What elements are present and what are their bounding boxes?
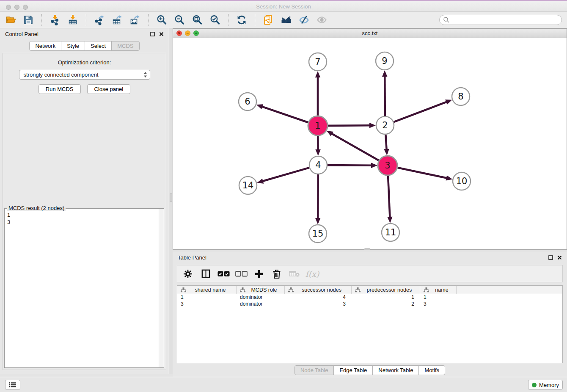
- network-window-titlebar[interactable]: × − + scc.txt: [173, 29, 567, 38]
- divider-grip[interactable]: [170, 193, 172, 202]
- graph-node-3[interactable]: 3: [378, 156, 397, 175]
- first-neighbors-button[interactable]: [279, 13, 293, 27]
- deselect-all-rows-button[interactable]: [235, 268, 248, 280]
- table-row[interactable]: 3dominator323: [177, 301, 562, 308]
- attribute-tree-icon: [424, 287, 429, 293]
- edge-arrow-2-3: [384, 149, 389, 155]
- column-header-mcds-role[interactable]: MCDS role: [237, 286, 285, 294]
- delete-columns-button[interactable]: [270, 268, 283, 280]
- edge-2-3[interactable]: [385, 135, 386, 150]
- hide-graphics-details-icon: [298, 14, 310, 25]
- tab-style[interactable]: Style: [61, 41, 85, 51]
- search-box[interactable]: [439, 15, 562, 25]
- export-image-button[interactable]: [128, 13, 142, 27]
- float-panel-icon[interactable]: [150, 32, 155, 36]
- edge-1-6[interactable]: [261, 106, 308, 122]
- table-panel-header: Table Panel: [173, 252, 567, 263]
- tab-select[interactable]: Select: [85, 41, 112, 51]
- graph-node-4[interactable]: 4: [309, 156, 327, 174]
- result-scrollbar[interactable]: [159, 209, 164, 367]
- toolbar-separator: [86, 14, 86, 26]
- close-panel-icon[interactable]: [159, 32, 164, 36]
- close-table-panel-icon[interactable]: [557, 255, 562, 260]
- function-builder-button[interactable]: f(x): [306, 268, 319, 280]
- svg-text:3: 3: [385, 160, 390, 171]
- edge-3-10[interactable]: [397, 168, 447, 178]
- graph-node-8[interactable]: 8: [452, 88, 470, 105]
- new-network-from-selection-button[interactable]: [261, 13, 275, 27]
- tab-motifs[interactable]: Motifs: [418, 365, 445, 375]
- network-resize-grip[interactable]: [364, 248, 370, 250]
- delete-table-button[interactable]: [288, 268, 301, 280]
- toolbar-separator: [41, 14, 42, 26]
- column-header-shared-name[interactable]: shared name: [177, 286, 237, 294]
- export-table-button[interactable]: [110, 13, 124, 27]
- window-titlebar: Session: New Session: [0, 0, 567, 12]
- column-header-successor-nodes[interactable]: successor nodes: [285, 286, 352, 294]
- table-mode-button[interactable]: [182, 268, 194, 280]
- zoom-fit-button[interactable]: [190, 13, 204, 27]
- import-table-button[interactable]: [66, 13, 80, 27]
- graph-node-10[interactable]: 10: [453, 172, 471, 190]
- svg-text:1: 1: [315, 121, 320, 131]
- task-history-button[interactable]: [5, 380, 20, 390]
- function-icon: f(x): [306, 269, 319, 279]
- edge-2-8[interactable]: [394, 102, 447, 122]
- svg-text:14: 14: [242, 180, 254, 190]
- zoom-in-button[interactable]: [154, 13, 169, 27]
- toolbar-separator: [228, 14, 228, 26]
- import-network-button[interactable]: [48, 13, 62, 27]
- show-graphics-details-button[interactable]: [314, 13, 329, 27]
- zoom-out-button[interactable]: [172, 13, 187, 27]
- select-all-rows-button[interactable]: [217, 268, 230, 280]
- edge-2-9[interactable]: [385, 76, 385, 116]
- tab-node-table[interactable]: Node Table: [295, 365, 334, 375]
- memory-button[interactable]: Memory: [528, 380, 563, 390]
- refresh-layout-icon: [236, 14, 247, 25]
- edge-4-15[interactable]: [318, 174, 318, 219]
- edge-3-1[interactable]: [331, 133, 379, 160]
- column-header-predecessor-nodes[interactable]: predecessor nodes: [352, 286, 420, 294]
- save-session-button[interactable]: [21, 13, 36, 27]
- create-column-button[interactable]: [253, 268, 265, 280]
- edge-3-11[interactable]: [388, 176, 390, 218]
- graph-node-7[interactable]: 7: [309, 53, 327, 71]
- svg-text:9: 9: [382, 56, 387, 66]
- close-panel-button[interactable]: Close panel: [87, 84, 131, 94]
- tab-edge-table[interactable]: Edge Table: [333, 365, 373, 375]
- graph-node-14[interactable]: 14: [239, 177, 257, 194]
- network-canvas[interactable]: 7968124314101511: [173, 38, 567, 249]
- column-label: successor nodes: [296, 287, 351, 293]
- zoom-selected-button[interactable]: [208, 13, 222, 27]
- table-row[interactable]: 1dominator411: [177, 294, 562, 301]
- graph-node-11[interactable]: 11: [382, 224, 399, 241]
- column-header-name[interactable]: name: [420, 286, 457, 294]
- result-line: 1: [7, 211, 164, 218]
- graph-node-6[interactable]: 6: [239, 93, 256, 110]
- edge-4-3[interactable]: [328, 165, 372, 166]
- hide-graphics-details-button[interactable]: [297, 13, 311, 27]
- search-input[interactable]: [452, 17, 558, 23]
- export-table-icon: [112, 14, 123, 25]
- graph-node-2[interactable]: 2: [376, 116, 394, 134]
- edge-1-2[interactable]: [328, 125, 370, 126]
- criterion-dropdown[interactable]: strongly connected component: [19, 70, 150, 80]
- svg-text:7: 7: [315, 57, 320, 67]
- main-toolbar: [0, 12, 567, 28]
- edge-4-14[interactable]: [262, 168, 309, 181]
- edge-arrow-3-10: [446, 175, 453, 180]
- run-mcds-button[interactable]: Run MCDS: [39, 84, 81, 94]
- export-network-button[interactable]: [92, 13, 107, 27]
- panel-divider[interactable]: [169, 28, 173, 374]
- export-image-icon: [129, 14, 140, 25]
- graph-node-9[interactable]: 9: [376, 52, 394, 70]
- tab-network-table[interactable]: Network Table: [372, 365, 419, 375]
- open-session-button[interactable]: [3, 13, 18, 27]
- graph-node-15[interactable]: 15: [309, 225, 327, 243]
- refresh-layout-button[interactable]: [234, 13, 249, 27]
- graph-node-1[interactable]: 1: [308, 116, 328, 135]
- float-table-panel-icon[interactable]: [548, 255, 553, 260]
- show-columns-button[interactable]: [199, 268, 212, 280]
- tab-network[interactable]: Network: [29, 41, 61, 51]
- tab-mcds[interactable]: MCDS: [111, 41, 139, 51]
